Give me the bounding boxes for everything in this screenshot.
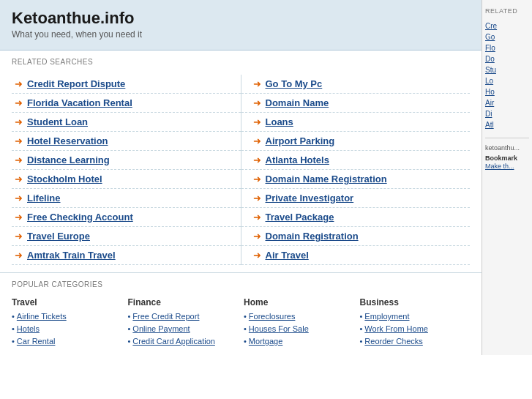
sidebar-link[interactable]: Go	[485, 33, 529, 41]
search-item: ➜Free Checking Account	[12, 208, 241, 227]
sidebar-link[interactable]: Stu	[485, 66, 529, 74]
categories-grid: TravelAirline TicketsHotelsCar RentalFin…	[12, 297, 470, 348]
category-title: Travel	[12, 297, 122, 307]
search-item: ➜Go To My Pc	[241, 75, 471, 94]
sidebar-link[interactable]: Di	[485, 110, 529, 118]
left-search-column: ➜Credit Report Dispute➜Florida Vacation …	[12, 75, 241, 265]
list-item: Free Credit Report	[128, 310, 239, 321]
list-item: Employment	[360, 310, 471, 321]
search-link[interactable]: Florida Vacation Rental	[27, 97, 132, 108]
sidebar-link[interactable]: Do	[485, 55, 529, 63]
sidebar-link[interactable]: Flo	[485, 44, 529, 52]
category-column: FinanceFree Credit ReportOnline PaymentC…	[128, 297, 239, 348]
search-item: ➜Loans	[241, 113, 471, 132]
category-list: EmploymentWork From HomeReorder Checks	[360, 310, 471, 346]
search-item: ➜Student Loan	[12, 113, 241, 132]
category-link[interactable]: Online Payment	[132, 324, 190, 333]
sidebar-link[interactable]: Lo	[485, 77, 529, 85]
category-title: Home	[244, 297, 354, 307]
search-link[interactable]: Credit Report Dispute	[27, 78, 125, 89]
search-link[interactable]: Free Checking Account	[27, 212, 133, 223]
category-link[interactable]: Employment	[364, 312, 409, 321]
category-link[interactable]: Houses For Sale	[249, 324, 309, 333]
category-column: BusinessEmploymentWork From HomeReorder …	[360, 297, 471, 348]
category-column: TravelAirline TicketsHotelsCar Rental	[12, 297, 122, 348]
arrow-icon: ➜	[253, 154, 261, 165]
search-link[interactable]: Private Investigator	[266, 193, 354, 204]
sidebar-bookmark-label: Bookmark	[485, 154, 529, 162]
category-link[interactable]: Free Credit Report	[132, 312, 199, 321]
search-item: ➜Domain Name Registration	[241, 170, 471, 189]
arrow-icon: ➜	[253, 97, 261, 108]
search-link[interactable]: Distance Learning	[27, 154, 110, 165]
right-search-column: ➜Go To My Pc➜Domain Name➜Loans➜Airport P…	[241, 75, 471, 265]
search-link[interactable]: Amtrak Train Travel	[27, 250, 116, 261]
sidebar-link[interactable]: Ho	[485, 88, 529, 96]
category-link[interactable]: Car Rental	[17, 337, 56, 346]
sidebar-link[interactable]: Air	[485, 99, 529, 107]
arrow-icon: ➜	[253, 174, 261, 184]
search-item: ➜Travel Europe	[12, 227, 241, 246]
arrow-icon: ➜	[15, 116, 23, 127]
arrow-icon: ➜	[15, 78, 23, 89]
arrow-icon: ➜	[253, 212, 261, 223]
category-title: Finance	[128, 297, 239, 307]
list-item: Credit Card Application	[128, 335, 239, 346]
search-item: ➜Credit Report Dispute	[12, 75, 241, 94]
arrow-icon: ➜	[15, 174, 23, 184]
list-item: Online Payment	[128, 323, 239, 334]
category-link[interactable]: Hotels	[17, 324, 40, 333]
search-item: ➜Atlanta Hotels	[241, 151, 471, 170]
list-item: Mortgage	[244, 335, 354, 346]
search-item: ➜Travel Package	[241, 208, 471, 227]
search-link[interactable]: Airport Parking	[266, 135, 335, 146]
category-link[interactable]: Airline Tickets	[17, 312, 67, 321]
search-item: ➜Stockholm Hotel	[12, 170, 241, 189]
search-item: ➜Domain Registration	[241, 227, 471, 246]
list-item: Foreclosures	[244, 310, 354, 321]
arrow-icon: ➜	[253, 250, 261, 261]
search-link[interactable]: Student Loan	[27, 116, 88, 127]
search-link[interactable]: Lifeline	[27, 193, 61, 204]
search-link[interactable]: Domain Registration	[266, 231, 359, 242]
popular-categories-label: POPULAR CATEGORIES	[12, 280, 470, 291]
search-link[interactable]: Domain Name	[266, 97, 329, 108]
search-link[interactable]: Go To My Pc	[266, 78, 323, 89]
search-link[interactable]: Atlanta Hotels	[266, 154, 329, 165]
category-link[interactable]: Foreclosures	[249, 312, 296, 321]
search-link[interactable]: Stockholm Hotel	[27, 174, 102, 184]
popular-categories-section: POPULAR CATEGORIES TravelAirline Tickets…	[0, 272, 482, 355]
category-column: HomeForeclosuresHouses For SaleMortgage	[244, 297, 354, 348]
category-link[interactable]: Credit Card Application	[132, 337, 215, 346]
list-item: Reorder Checks	[360, 335, 471, 346]
search-link[interactable]: Travel Europe	[27, 231, 90, 242]
sidebar-make-link[interactable]: Make th...	[485, 163, 514, 170]
related-searches-section: RELATED SEARCHES ➜Credit Report Dispute➜…	[0, 51, 482, 268]
search-link[interactable]: Air Travel	[266, 250, 309, 261]
category-link[interactable]: Reorder Checks	[364, 337, 422, 346]
arrow-icon: ➜	[15, 212, 23, 223]
category-link[interactable]: Work From Home	[364, 324, 428, 333]
search-link[interactable]: Domain Name Registration	[266, 174, 387, 184]
arrow-icon: ➜	[15, 250, 23, 261]
category-list: ForeclosuresHouses For SaleMortgage	[244, 310, 354, 346]
sidebar-link[interactable]: Atl	[485, 121, 529, 129]
sidebar-link[interactable]: Cre	[485, 22, 529, 30]
search-link[interactable]: Hotel Reservation	[27, 135, 108, 146]
category-list: Free Credit ReportOnline PaymentCredit C…	[128, 310, 239, 346]
sidebar-related-label: RELATED	[485, 7, 529, 18]
site-title: Ketoanthue.info	[12, 9, 470, 28]
list-item: Houses For Sale	[244, 323, 354, 334]
search-item: ➜Florida Vacation Rental	[12, 94, 241, 113]
arrow-icon: ➜	[253, 193, 261, 204]
search-link[interactable]: Loans	[266, 116, 293, 127]
search-link[interactable]: Travel Package	[266, 212, 334, 223]
list-item: Hotels	[12, 323, 122, 334]
search-item: ➜Amtrak Train Travel	[12, 246, 241, 265]
arrow-icon: ➜	[15, 97, 23, 108]
search-item: ➜Hotel Reservation	[12, 132, 241, 151]
search-columns: ➜Credit Report Dispute➜Florida Vacation …	[12, 75, 470, 265]
category-link[interactable]: Mortgage	[249, 337, 282, 346]
search-item: ➜Air Travel	[241, 246, 471, 265]
arrow-icon: ➜	[15, 135, 23, 146]
